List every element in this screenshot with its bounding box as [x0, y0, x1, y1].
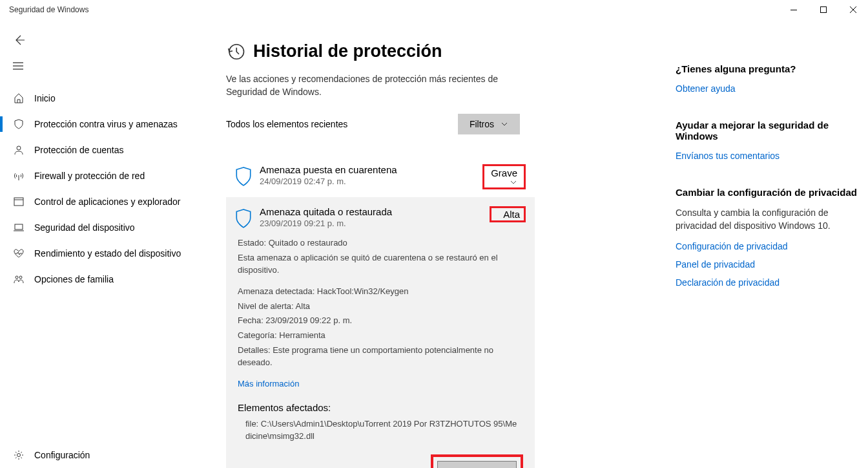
sidebar-label: Protección contra virus y amenazas — [34, 119, 178, 129]
threat-card-removed[interactable]: Amenaza quitada o restaurada 23/09/2019 … — [226, 197, 535, 468]
actions-button[interactable]: Acciones — [437, 461, 517, 468]
svg-point-12 — [16, 276, 18, 279]
sidebar-label: Seguridad del dispositivo — [34, 222, 135, 233]
severity-label: Grave — [491, 167, 517, 178]
sidebar-label: Opciones de familia — [34, 274, 114, 284]
laptop-icon — [13, 222, 25, 233]
family-icon — [13, 273, 25, 285]
svg-rect-10 — [15, 224, 23, 229]
feedback-link[interactable]: Envíanos tus comentarios — [676, 151, 859, 161]
sidebar-label: Configuración — [34, 450, 90, 460]
sidebar-item-firewall[interactable]: Firewall y protección de red — [0, 163, 220, 189]
page-subtitle: Ve las acciones y recomendaciones de pro… — [226, 73, 530, 98]
svg-rect-1 — [821, 7, 827, 13]
threat-title: Amenaza puesta en cuarentena — [260, 164, 482, 175]
threat-date: 23/09/2019 09:21 p. m. — [260, 218, 490, 228]
antenna-icon — [13, 170, 25, 182]
window-icon — [13, 196, 25, 207]
threat-details: Estado: Quitado o restaurado Esta amenaz… — [232, 228, 526, 468]
threat-date: 24/09/2019 02:47 p. m. — [260, 176, 482, 186]
more-info-link[interactable]: Más información — [238, 378, 521, 390]
minimize-button[interactable] — [779, 0, 809, 19]
aside-panel: ¿Tienes alguna pregunta? Obtener ayuda A… — [665, 41, 859, 468]
sidebar-item-account[interactable]: Protección de cuentas — [0, 137, 220, 163]
aside-heading: Cambiar la configuración de privacidad — [676, 187, 859, 198]
sidebar-item-home[interactable]: Inicio — [0, 85, 220, 111]
svg-rect-8 — [14, 198, 23, 206]
affected-heading: Elementos afectados: — [238, 401, 521, 415]
hamburger-button[interactable] — [0, 53, 220, 79]
sidebar-label: Protección de cuentas — [34, 145, 124, 155]
sidebar-item-virus[interactable]: Protección contra virus y amenazas — [0, 111, 220, 137]
privacy-panel-link[interactable]: Panel de privacidad — [676, 259, 859, 270]
chevron-down-icon — [501, 120, 508, 128]
threat-card-quarantined[interactable]: Amenaza puesta en cuarentena 24/09/2019 … — [226, 156, 535, 197]
svg-point-7 — [17, 146, 21, 150]
severity-highlight: Alta — [490, 206, 526, 222]
sidebar: Inicio Protección contra virus y amenaza… — [0, 19, 220, 468]
sidebar-label: Firewall y protección de red — [34, 171, 145, 181]
sidebar-item-settings[interactable]: Configuración — [0, 442, 220, 468]
filter-label: Todos los elementos recientes — [226, 119, 347, 129]
close-button[interactable] — [838, 0, 868, 19]
sidebar-label: Control de aplicaciones y explorador — [34, 197, 180, 207]
history-icon — [226, 42, 245, 61]
aside-heading: Ayudar a mejorar la seguridad de Windows — [676, 120, 859, 142]
shield-icon — [235, 167, 252, 186]
maximize-button[interactable] — [809, 0, 838, 19]
aside-heading: ¿Tienes alguna pregunta? — [676, 63, 859, 74]
severity-label: Alta — [503, 209, 520, 220]
window-title: Seguridad de Windows — [9, 5, 88, 14]
titlebar: Seguridad de Windows — [0, 0, 868, 19]
sidebar-item-family[interactable]: Opciones de familia — [0, 266, 220, 292]
shield-icon — [235, 209, 252, 228]
actions-highlight: Acciones — [431, 454, 523, 468]
home-icon — [13, 92, 25, 104]
privacy-settings-link[interactable]: Configuración de privacidad — [676, 241, 859, 251]
privacy-statement-link[interactable]: Declaración de privacidad — [676, 277, 859, 288]
sidebar-label: Rendimiento y estado del dispositivo — [34, 248, 181, 259]
heart-icon — [13, 248, 25, 259]
help-link[interactable]: Obtener ayuda — [676, 83, 859, 94]
chevron-down-icon[interactable] — [510, 178, 517, 186]
aside-text: Consulta y cambia la configuración de pr… — [676, 207, 859, 232]
svg-rect-0 — [790, 10, 797, 10]
svg-point-13 — [19, 276, 22, 279]
affected-path: file: C:\Users\Admin1\Desktop\uTorrent 2… — [238, 418, 521, 443]
filter-button[interactable]: Filtros — [458, 114, 520, 134]
gear-icon — [13, 449, 25, 461]
sidebar-label: Inicio — [34, 93, 56, 103]
threat-title: Amenaza quitada o restaurada — [260, 206, 490, 217]
sidebar-item-appcontrol[interactable]: Control de aplicaciones y explorador — [0, 189, 220, 215]
sidebar-item-health[interactable]: Rendimiento y estado del dispositivo — [0, 240, 220, 266]
page-title: Historial de protección — [253, 41, 442, 61]
svg-point-14 — [17, 454, 21, 457]
main-content: Historial de protección Ve las acciones … — [220, 41, 665, 468]
shield-icon — [13, 118, 25, 130]
back-button[interactable] — [0, 27, 220, 53]
severity-highlight: Grave — [482, 164, 526, 189]
person-icon — [13, 144, 25, 156]
sidebar-item-devicesec[interactable]: Seguridad del dispositivo — [0, 215, 220, 240]
